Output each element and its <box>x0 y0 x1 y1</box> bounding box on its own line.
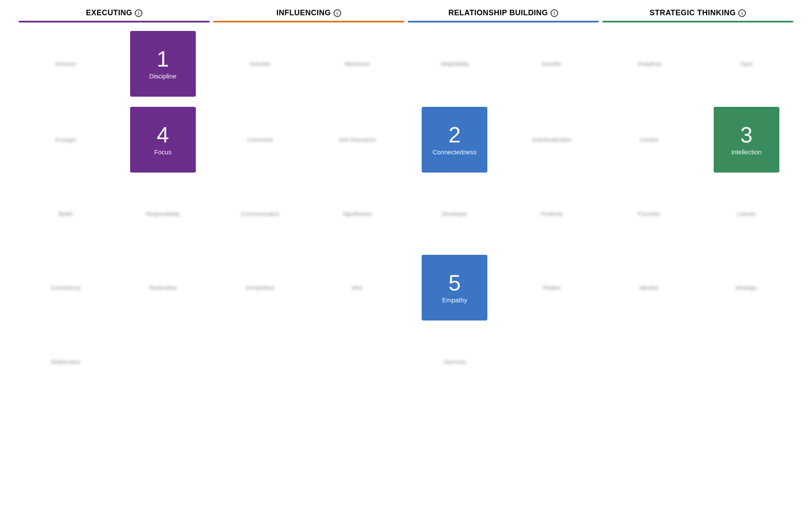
cell-arranger: Arranger <box>17 135 114 145</box>
cell-activator: Activator <box>211 59 309 69</box>
label-harmony: Harmony <box>443 359 466 365</box>
label-responsibility: Responsibility <box>146 211 180 217</box>
cell-empty-4 <box>503 360 601 363</box>
cell-empty-6 <box>698 360 795 363</box>
label-activator: Activator <box>249 61 271 67</box>
card-empathy-rank: 5 <box>448 272 461 294</box>
cell-input: Input <box>698 59 795 69</box>
cell-strategic: Strategic <box>698 283 795 293</box>
cell-self-assurance: Self-Assurance <box>309 135 406 145</box>
cell-achiever: Achiever <box>17 59 114 69</box>
relationship-line <box>408 21 599 22</box>
cell-positivity: Positivity <box>503 209 601 219</box>
grid-container: Achiever 1 Discipline Activator Maximize… <box>17 26 795 385</box>
strategic-info-icon[interactable]: i <box>738 9 746 17</box>
cell-significance: Significance <box>309 209 406 219</box>
card-connectedness-rank: 2 <box>448 124 461 146</box>
cell-consistency: Consistency <box>17 283 114 293</box>
label-futuristic: Futuristic <box>638 211 660 217</box>
label-ideation: Ideation <box>640 284 659 291</box>
cell-empty-3 <box>309 360 406 363</box>
label-competition: Competition <box>245 284 275 291</box>
cell-empathy[interactable]: 5 Empathy <box>406 253 503 322</box>
label-belief: Belief <box>58 211 72 217</box>
card-intellection[interactable]: 3 Intellection <box>714 107 779 173</box>
cell-responsibility: Responsibility <box>114 209 212 219</box>
label-self-assurance: Self-Assurance <box>339 137 376 143</box>
category-strategic: STRATEGIC THINKING i <box>650 8 746 17</box>
card-empathy[interactable]: 5 Empathy <box>422 255 487 321</box>
spacer-3 <box>17 326 795 338</box>
cell-communication: Communication <box>211 209 309 219</box>
label-woo: Woo <box>352 284 363 291</box>
label-maximizer: Maximizer <box>345 61 370 67</box>
spacer-1 <box>17 178 795 190</box>
cell-individualization: Individualization <box>503 135 601 145</box>
label-deliberative: Deliberative <box>51 359 80 365</box>
cell-focus[interactable]: 4 Focus <box>114 105 212 174</box>
label-relator: Relator <box>543 284 561 291</box>
label-achiever: Achiever <box>55 61 76 67</box>
cell-empty-5 <box>601 360 698 363</box>
cell-maximizer: Maximizer <box>309 59 406 69</box>
card-connectedness[interactable]: 2 Connectedness <box>422 107 487 173</box>
cell-relator: Relator <box>503 283 601 293</box>
card-focus[interactable]: 4 Focus <box>130 107 196 173</box>
cell-context: Context <box>601 135 698 145</box>
label-significance: Significance <box>342 211 372 217</box>
relationship-info-icon[interactable]: i <box>551 9 558 17</box>
label-strategic: Strategic <box>736 284 757 291</box>
influencing-line <box>213 21 404 22</box>
label-input: Input <box>740 61 753 67</box>
cell-intellection[interactable]: 3 Intellection <box>698 105 795 174</box>
label-arranger: Arranger <box>55 137 76 143</box>
label-command: Command <box>247 137 273 143</box>
cell-futuristic: Futuristic <box>601 209 698 219</box>
cell-competition: Competition <box>211 283 309 293</box>
category-influencing: INFLUENCING i <box>276 8 341 17</box>
cell-restorative: Restorative <box>114 283 212 293</box>
executing-line <box>19 21 210 22</box>
cell-belief: Belief <box>17 209 114 219</box>
card-empathy-name: Empathy <box>442 296 467 304</box>
relationship-label: RELATIONSHIP BUILDING <box>448 8 548 17</box>
card-intellection-rank: 3 <box>740 124 753 146</box>
cell-harmony: Harmony <box>406 357 503 367</box>
label-adaptability: Adaptability <box>440 61 469 67</box>
category-executing: EXECUTING i <box>86 8 143 17</box>
cell-developer: Developer <box>406 209 503 219</box>
card-focus-rank: 4 <box>157 124 169 146</box>
strategic-line <box>602 21 793 22</box>
cell-woo: Woo <box>309 283 406 293</box>
strength-row-4: Consistency Restorative Competition Woo … <box>17 250 795 326</box>
strength-row-1: Achiever 1 Discipline Activator Maximize… <box>17 26 795 102</box>
strength-row-2: Arranger 4 Focus Command Self-Assurance … <box>17 102 795 178</box>
cell-command: Command <box>211 135 309 145</box>
label-context: Context <box>640 137 659 143</box>
cell-adaptability: Adaptability <box>406 59 503 69</box>
card-discipline-name: Discipline <box>149 72 176 80</box>
label-restorative: Restorative <box>149 284 177 291</box>
cell-connectedness[interactable]: 2 Connectedness <box>406 105 503 174</box>
cell-discipline[interactable]: 1 Discipline <box>114 29 212 98</box>
card-connectedness-name: Connectedness <box>433 148 477 156</box>
strength-row-5: Deliberative Harmony <box>17 338 795 385</box>
card-focus-name: Focus <box>154 148 172 156</box>
executing-info-icon[interactable]: i <box>135 9 142 17</box>
executing-label: EXECUTING <box>86 8 133 17</box>
card-discipline-rank: 1 <box>157 48 169 70</box>
cell-deliberative: Deliberative <box>17 357 114 367</box>
label-individualization: Individualization <box>532 137 572 143</box>
influencing-label: INFLUENCING <box>276 8 331 17</box>
label-analytical: Analytical <box>637 61 661 67</box>
card-intellection-name: Intellection <box>731 148 762 156</box>
cell-empty-1 <box>114 360 212 363</box>
cell-learner: Learner <box>698 209 795 219</box>
influencing-info-icon[interactable]: i <box>334 9 341 17</box>
category-relationship: RELATIONSHIP BUILDING i <box>448 8 558 17</box>
card-discipline[interactable]: 1 Discipline <box>130 31 196 97</box>
category-header-row: EXECUTING i INFLUENCING i RELATIONSHIP B… <box>17 8 795 22</box>
label-developer: Developer <box>442 211 467 217</box>
label-learner: Learner <box>737 211 756 217</box>
strength-row-3: Belief Responsibility Communication Sign… <box>17 190 795 237</box>
